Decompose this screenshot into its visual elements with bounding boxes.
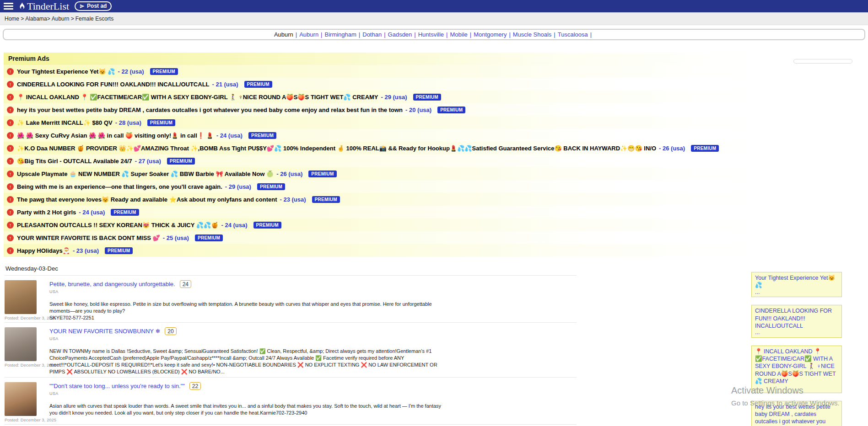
premium-ad-title[interactable]: Being with me is an experience—one that … xyxy=(17,183,222,190)
city-link[interactable]: Mobile xyxy=(450,31,467,38)
brand-name: TinderList xyxy=(27,1,69,11)
sidebar-ad-box[interactable]: hey its your best wettes petite baby DRE… xyxy=(751,401,842,426)
up-arrow-icon: ↑ xyxy=(7,209,14,216)
scrollbar-pill[interactable] xyxy=(793,59,852,64)
up-arrow-icon: ↑ xyxy=(7,81,14,88)
premium-ad-age: - 20 (usa) xyxy=(405,106,431,113)
sidebar-ad-link[interactable]: 📍 INCALL OAKLAND 📍 ✅FACETIME/CAR✅ WITH A… xyxy=(755,348,838,385)
premium-ad-title[interactable]: ✨ Lake Merritt INCALL✨ $80 QV xyxy=(17,119,113,126)
city-separator: | xyxy=(509,31,510,38)
city-link[interactable]: Muscle Shoals xyxy=(513,31,552,38)
up-arrow-icon: ↑ xyxy=(7,106,14,113)
up-arrow-icon: ↑ xyxy=(7,158,14,165)
city-link[interactable]: Gadsden xyxy=(388,31,412,38)
listing-body: ""Don't stare too long... unless you're … xyxy=(49,382,443,422)
city-nav: Auburn|Auburn|Birmingham|Dothan|Gadsden|… xyxy=(3,29,865,40)
city-link[interactable]: Birmingham xyxy=(325,31,356,38)
premium-ad-title[interactable]: hey its your best wettes petite baby DRE… xyxy=(17,106,403,113)
post-ad-button[interactable]: Post ad xyxy=(75,1,112,11)
city-link[interactable]: Dothan xyxy=(362,31,382,38)
breadcrumb-link[interactable]: Female Escorts xyxy=(75,16,113,22)
city-link[interactable]: Auburn xyxy=(299,31,318,38)
premium-ad-row[interactable]: ↑ Your Tightest Experience Yet😼 💦 - 22 (… xyxy=(4,65,749,78)
listings-list: Posted: December 3, 2025 Petite, brunett… xyxy=(5,276,577,426)
premium-badge: PREMIUM xyxy=(147,119,175,126)
premium-ad-age: - 24 (usa) xyxy=(221,222,247,229)
premium-ad-row[interactable]: ↑ CINDERELLA LOOKING FOR FUN!!! OAKLAND!… xyxy=(4,78,749,91)
premium-ad-title[interactable]: Happy HOlidays🎅 xyxy=(17,247,70,254)
breadcrumb-link[interactable]: Auburn > xyxy=(52,16,74,22)
sidebar-premium-ads: Your Tightest Experience Yet😼 💦 ... CIND… xyxy=(751,272,842,426)
premium-ads-section: Premium Ads ↑ Your Tightest Experience Y… xyxy=(4,53,749,257)
premium-ad-row[interactable]: ↑ 😘Big Tits Girl - OUTCALL Available 24/… xyxy=(4,154,749,167)
city-link[interactable]: Montgomery xyxy=(474,31,507,38)
city-link[interactable]: Huntsville xyxy=(418,31,444,38)
listing-title-link[interactable]: YOUR NEW FAVORITE SNOWBUNNY ❄ xyxy=(49,328,160,335)
listing-title-link[interactable]: ""Don't stare too long... unless you're … xyxy=(49,383,185,389)
premium-ad-row[interactable]: ↑ Being with me is an experience—one tha… xyxy=(4,180,749,193)
premium-ad-row[interactable]: ↑ Party with 2 Hot girls - 24 (usa) PREM… xyxy=(4,206,749,218)
premium-badge: PREMIUM xyxy=(150,68,178,75)
premium-ad-title[interactable]: 🌺 🌺 Sexy CuRvy Asian 🌺 🌺 in call 🍑 visit… xyxy=(17,132,214,139)
sidebar-ad-box[interactable]: CINDERELLA LOOKING FOR FUN!!! OAKLAND!!!… xyxy=(751,305,842,338)
premium-ad-row[interactable]: ↑ YOUR WINTER FAVORITE IS BACK DONT MISS… xyxy=(4,231,749,244)
city-link[interactable]: Tuscaloosa xyxy=(558,31,588,38)
city-separator: | xyxy=(414,31,415,38)
listing-photo-column: Posted: December 3, 2025 xyxy=(5,382,38,422)
premium-ads-list: ↑ Your Tightest Experience Yet😼 💦 - 22 (… xyxy=(4,65,749,257)
premium-ad-row[interactable]: ↑ Upscale Playmate 🧁 NEW NUMBER 💦 Super … xyxy=(4,167,749,180)
premium-ad-title[interactable]: 📍 INCALL OAKLAND 📍 ✅FACETIME/CAR✅ WITH A… xyxy=(17,94,378,101)
premium-badge: PREMIUM xyxy=(253,222,281,229)
premium-ad-row[interactable]: ↑ Happy HOlidays🎅 - 23 (usa) PREMIUM xyxy=(4,244,749,257)
sidebar-ad-link[interactable]: hey its your best wettes petite baby DRE… xyxy=(755,403,838,426)
premium-badge: PREMIUM xyxy=(111,209,139,216)
listing-country: USA xyxy=(49,391,443,396)
premium-ad-title[interactable]: PLEASANTON OUTCALLS !! SEXY KOREAN😻 THIC… xyxy=(17,222,218,229)
premium-ad-title[interactable]: Party with 2 Hot girls xyxy=(17,209,76,216)
sidebar-ad-link[interactable]: CINDERELLA LOOKING FOR FUN!!! OAKLAND!!!… xyxy=(755,307,838,330)
breadcrumb-link[interactable]: Home > xyxy=(5,16,24,22)
premium-badge: PREMIUM xyxy=(244,81,272,88)
listing-photo[interactable] xyxy=(5,280,37,314)
sidebar-ad-box[interactable]: 📍 INCALL OAKLAND 📍 ✅FACETIME/CAR✅ WITH A… xyxy=(751,346,842,393)
premium-ad-title[interactable]: The pawg that everyone loves😼 Ready and … xyxy=(17,196,277,203)
premium-ad-title[interactable]: Upscale Playmate 🧁 NEW NUMBER 💦 Super So… xyxy=(17,170,274,177)
premium-ad-row[interactable]: ↑ ✨ Lake Merritt INCALL✨ $80 QV - 28 (us… xyxy=(4,116,749,129)
brand-logo[interactable]: TinderList xyxy=(19,1,69,11)
sidebar-ad-box[interactable]: Your Tightest Experience Yet😼 💦 ... xyxy=(751,272,842,297)
premium-badge: PREMIUM xyxy=(413,94,441,101)
premium-ad-row[interactable]: ↑ hey its your best wettes petite baby D… xyxy=(4,103,749,116)
premium-ad-row[interactable]: ↑ PLEASANTON OUTCALLS !! SEXY KOREAN😻 TH… xyxy=(4,218,749,231)
up-arrow-icon: ↑ xyxy=(7,119,14,126)
menu-icon[interactable] xyxy=(4,3,13,10)
premium-ad-title[interactable]: YOUR WINTER FAVORITE IS BACK DONT MISS 💕 xyxy=(17,234,160,241)
premium-ad-age: - 27 (usa) xyxy=(135,158,161,165)
breadcrumb-link[interactable]: Alabama> xyxy=(25,16,50,22)
premium-ad-title[interactable]: ✨K.O Daa NUMBER 🍯 PROVIDER 👑✨💕AMAZING Th… xyxy=(17,145,656,152)
listing-title-row: YOUR NEW FAVORITE SNOWBUNNY ❄ 20 xyxy=(49,327,443,335)
listing-photo[interactable] xyxy=(5,327,37,361)
premium-ad-row[interactable]: ↑ ✨K.O Daa NUMBER 🍯 PROVIDER 👑✨💕AMAZING … xyxy=(4,142,749,154)
premium-ad-row[interactable]: ↑ The pawg that everyone loves😼 Ready an… xyxy=(4,193,749,206)
flame-icon xyxy=(19,2,26,11)
post-ad-label: Post ad xyxy=(87,3,107,9)
listing-body: Petite, brunette, and dangerously unforg… xyxy=(49,280,443,320)
sidebar-ad-link[interactable]: Your Tightest Experience Yet😼 💦 xyxy=(755,274,838,289)
premium-ad-row[interactable]: ↑ 🌺 🌺 Sexy CuRvy Asian 🌺 🌺 in call 🍑 vis… xyxy=(4,129,749,142)
premium-ad-title[interactable]: 😘Big Tits Girl - OUTCALL Available 24/7 xyxy=(17,158,132,165)
listing-phone: SKYE702-577-2251 xyxy=(49,315,443,320)
premium-ad-row[interactable]: ↑ 📍 INCALL OAKLAND 📍 ✅FACETIME/CAR✅ WITH… xyxy=(4,91,749,103)
listings-section: Wednesday-03-Dec Posted: December 3, 202… xyxy=(5,263,577,426)
listing-photo[interactable] xyxy=(5,382,37,416)
premium-badge: PREMIUM xyxy=(248,132,276,139)
premium-ad-age: - 26 (usa) xyxy=(276,170,302,177)
premium-ad-title[interactable]: Your Tightest Experience Yet😼 💦 xyxy=(17,68,115,75)
listing-photo-column: Posted: December 3, 2025 xyxy=(5,280,38,320)
up-arrow-icon: ↑ xyxy=(7,247,14,254)
up-arrow-icon: ↑ xyxy=(7,94,14,101)
premium-ad-title[interactable]: CINDERELLA LOOKING FOR FUN!!! OAKLAND!!!… xyxy=(17,81,210,88)
listing-title-link[interactable]: Petite, brunette, and dangerously unforg… xyxy=(49,281,175,288)
listing-item: Posted: December 3, 2025 ""Don't stare t… xyxy=(5,378,577,425)
premium-ad-age: - 29 (usa) xyxy=(225,183,251,190)
premium-badge: PREMIUM xyxy=(105,247,133,254)
